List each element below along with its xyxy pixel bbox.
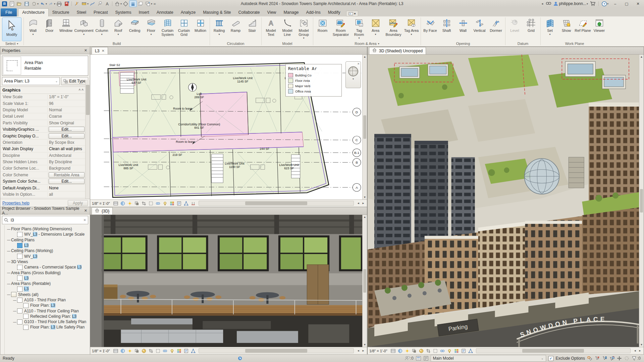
model-line-button[interactable]: Model Line bbox=[279, 17, 296, 41]
property-row[interactable]: Show Hidden Lines By Discipline bbox=[0, 159, 86, 165]
properties-close-icon[interactable]: ✕ bbox=[83, 48, 88, 53]
tree-expander-icon[interactable]: — bbox=[7, 293, 11, 296]
hide-analytical-model-icon[interactable] bbox=[190, 348, 196, 354]
panel-label-work-plane[interactable]: Work Plane bbox=[541, 41, 608, 46]
tag-area-button[interactable]: 1Tag Area▾ bbox=[403, 17, 420, 41]
select-links-toggle-icon[interactable] bbox=[587, 356, 592, 361]
browser-tree-item[interactable]: — Reflected Ceiling Plan: L3 bbox=[0, 314, 90, 319]
dormer-button[interactable]: Dormer bbox=[488, 17, 504, 41]
show-crop-region-icon[interactable] bbox=[432, 348, 438, 354]
panel-label-datum[interactable]: Datum bbox=[505, 41, 540, 46]
reveal-hidden-elements-icon[interactable] bbox=[169, 348, 175, 354]
render-canvas[interactable]: ▲▼ bbox=[90, 215, 367, 347]
property-row[interactable]: Display Model Normal bbox=[0, 107, 86, 113]
properties-header[interactable]: Properties✕ bbox=[0, 47, 90, 54]
column-button[interactable]: Column▾ bbox=[94, 17, 110, 41]
measure-icon[interactable] bbox=[73, 1, 80, 7]
close-hidden-windows-icon[interactable] bbox=[137, 1, 144, 7]
tree-expander-icon[interactable]: — bbox=[7, 260, 11, 263]
browser-tree-item[interactable]: — A103 - Third Floor Plan bbox=[0, 297, 90, 303]
tree-expander-icon[interactable]: — bbox=[7, 282, 11, 286]
shadows-icon[interactable] bbox=[134, 348, 140, 354]
view-scale-label[interactable]: 1/8" = 1'-0" bbox=[92, 349, 110, 353]
redo-dropdown[interactable]: ▾ bbox=[54, 2, 55, 5]
browser-tree-item[interactable]: — G103 - Third Floor Life Safety Plan bbox=[0, 319, 90, 324]
ribbon-tab[interactable]: Structure bbox=[49, 9, 73, 16]
property-row[interactable]: View Scale 1/8" = 1'-0" bbox=[0, 94, 86, 100]
component-button[interactable]: Component▾ bbox=[74, 17, 94, 41]
wheel-dropdown-icon[interactable]: ▾ bbox=[353, 77, 354, 80]
properties-scrollbar[interactable] bbox=[85, 80, 90, 199]
browser-tree-item[interactable]: — Floor Plans (Working Dimensions) bbox=[0, 226, 90, 232]
render-dialog-icon[interactable] bbox=[418, 348, 424, 354]
visual-style-icon[interactable] bbox=[397, 348, 403, 354]
wall-opening-button[interactable]: Wall bbox=[455, 17, 471, 41]
scroll-right-icon[interactable]: ► bbox=[361, 202, 365, 205]
panel-label-model[interactable]: Model bbox=[262, 41, 313, 46]
scroll-right-icon[interactable]: ► bbox=[361, 349, 365, 352]
active-workset-icon[interactable] bbox=[423, 356, 428, 361]
close-view-icon[interactable]: ✕ bbox=[102, 49, 104, 53]
model-text-button[interactable]: AModel Text bbox=[263, 17, 279, 41]
redo-icon[interactable] bbox=[47, 1, 54, 7]
render-vertical-scrollbar[interactable]: ▲▼ bbox=[362, 215, 367, 347]
view-selector-combobox[interactable]: Area Plan: L3⌄ bbox=[2, 77, 60, 85]
shaft-button[interactable]: Shaft bbox=[438, 17, 455, 41]
active-workset-select[interactable]: Main Model⌄ bbox=[431, 355, 546, 362]
panel-label-room-area[interactable]: Room & Area▾ bbox=[313, 41, 421, 46]
show-work-plane-button[interactable]: Show bbox=[558, 17, 575, 41]
by-face-button[interactable]: By Face bbox=[422, 17, 438, 41]
property-row[interactable]: Detail Level Coarse bbox=[0, 113, 86, 120]
restore-button[interactable]: ▢ bbox=[622, 1, 631, 7]
scroll-right-icon[interactable]: ► bbox=[638, 349, 642, 352]
browser-tree-item[interactable]: — Area Plans (Gross Building) bbox=[0, 270, 90, 275]
view-scale-label[interactable]: 1/8" = 1'-0" bbox=[369, 349, 387, 353]
sync-dropdown[interactable]: ▾ bbox=[37, 2, 39, 5]
editable-only-icon[interactable]: :0 bbox=[405, 356, 414, 361]
plan-horizontal-scrollbar[interactable] bbox=[199, 201, 354, 206]
plan-vertical-scrollbar[interactable]: ▲▼ bbox=[362, 55, 367, 199]
render-view-tab[interactable]: {3D} bbox=[92, 207, 113, 215]
switch-windows-icon[interactable] bbox=[144, 1, 151, 7]
browser-tree-item[interactable]: — Floor Plan: L3 Life Safety Plan bbox=[0, 324, 90, 330]
ribbon-tab[interactable]: Massing & Site bbox=[199, 9, 234, 16]
selection-filter-icon[interactable]: :0 bbox=[632, 356, 641, 361]
scroll-left-icon[interactable]: ◄ bbox=[356, 202, 360, 205]
show-crop-region-icon[interactable] bbox=[148, 201, 154, 206]
reveal-hidden-elements-icon[interactable] bbox=[162, 201, 168, 206]
area-button[interactable]: Area▾ bbox=[367, 17, 384, 41]
shadows-icon[interactable] bbox=[411, 348, 417, 354]
type-selector[interactable]: Area Plan Rentable bbox=[2, 56, 88, 76]
thin-lines-icon[interactable] bbox=[129, 1, 137, 7]
browser-tree-item[interactable]: — L3 bbox=[0, 243, 90, 248]
shaded-view-tab[interactable]: 3D (Shaded) Uncropped bbox=[369, 47, 426, 54]
browser-tree-item[interactable]: — Floor Plan: L3 bbox=[0, 303, 90, 308]
search-input[interactable] bbox=[10, 218, 82, 223]
minimize-button[interactable]: – bbox=[610, 1, 620, 7]
steering-wheel-icon[interactable] bbox=[348, 66, 358, 76]
temporary-view-properties-icon[interactable] bbox=[461, 348, 467, 354]
graphics-section-header[interactable]: Graphics^ ^ bbox=[0, 87, 86, 94]
file-properties-icon[interactable] bbox=[8, 1, 15, 7]
temporary-view-properties-icon[interactable] bbox=[176, 201, 182, 206]
property-row[interactable]: Default Analysis Di... None bbox=[0, 185, 86, 191]
crop-view-icon[interactable] bbox=[148, 348, 154, 354]
tree-expander-icon[interactable]: — bbox=[7, 238, 11, 242]
steering-wheel-widget[interactable]: ✕ ▾ bbox=[345, 61, 361, 88]
browser-search-box[interactable]: ✕ bbox=[2, 216, 88, 224]
section-icon[interactable] bbox=[122, 1, 129, 7]
visual-style-icon[interactable] bbox=[120, 201, 126, 206]
temporary-hide-isolate-icon[interactable] bbox=[439, 348, 445, 354]
shaded-horizontal-scrollbar[interactable] bbox=[476, 348, 631, 353]
wall-button[interactable]: Wall▾ bbox=[25, 17, 41, 41]
sun-path-icon[interactable] bbox=[404, 348, 410, 354]
browser-tree-item[interactable]: — L3 bbox=[0, 276, 90, 281]
edit-type-button[interactable]: Edit Type bbox=[61, 77, 88, 85]
ribbon-tab[interactable]: Manage bbox=[280, 9, 302, 16]
app-store-cart-icon[interactable] bbox=[590, 1, 595, 6]
browser-tree-item[interactable]: — Ceiling Plans (Working) bbox=[0, 248, 90, 253]
wheel-close-icon[interactable]: ✕ bbox=[357, 62, 360, 65]
tree-expander-icon[interactable]: — bbox=[7, 227, 11, 231]
sun-path-icon[interactable] bbox=[127, 201, 133, 206]
ramp-button[interactable]: Ramp bbox=[227, 17, 244, 41]
